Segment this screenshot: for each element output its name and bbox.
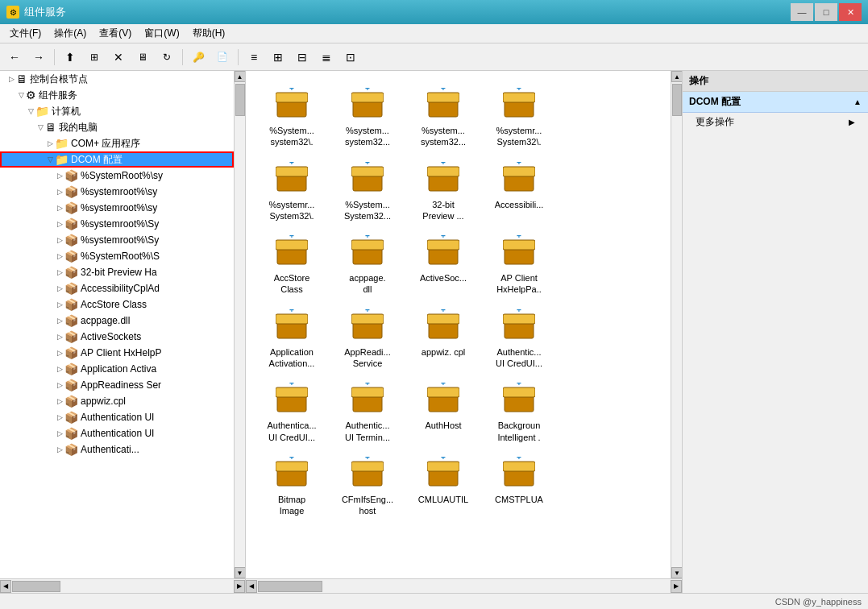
- tree-item-root[interactable]: ▷ 🖥 控制台根节点: [0, 71, 234, 87]
- tree-item-15[interactable]: ▷ 📦 appwiz.cpl: [0, 393, 234, 409]
- content-hscroll-right[interactable]: ▶: [671, 580, 682, 593]
- content-hscroll-left[interactable]: ◀: [246, 580, 257, 593]
- tree-toggle-9[interactable]: ▷: [55, 300, 64, 309]
- content-icon-24[interactable]: + CMSTPLUA: [483, 450, 555, 520]
- tree-toggle-2[interactable]: ▷: [55, 188, 64, 196]
- toolbar-forward[interactable]: →: [27, 47, 50, 68]
- content-icon-23[interactable]: + CMLUAUTIL: [407, 450, 480, 520]
- tree-item-5[interactable]: ▷ 📦 %systemroot%\Sy: [0, 232, 234, 248]
- tree-item-6[interactable]: ▷ 📦 %SystemRoot%\S: [0, 248, 234, 264]
- menu-action[interactable]: 操作(A): [48, 25, 93, 42]
- tree-toggle-18[interactable]: ▷: [55, 445, 64, 454]
- content-icon-7[interactable]: + 32-bitPreview ...: [407, 155, 480, 226]
- content-icon-3[interactable]: + %system...system32...: [407, 81, 480, 151]
- content-icon-13[interactable]: + ApplicationActivation...: [255, 302, 328, 373]
- content-icon-20[interactable]: + BackgrounIntelligent .: [483, 375, 555, 446]
- tree-item-12[interactable]: ▷ 📦 AP Client HxHelpP: [0, 345, 234, 361]
- tree-item-mypc[interactable]: ▽ 🖥 我的电脑: [0, 119, 234, 135]
- tree-toggle-com[interactable]: ▷: [45, 139, 55, 147]
- content-scrollbar-thumb[interactable]: [672, 84, 682, 116]
- content-hscroll-thumb[interactable]: [258, 581, 322, 592]
- menu-file[interactable]: 文件(F): [3, 25, 48, 42]
- toolbar-copy[interactable]: ⊞: [83, 47, 106, 68]
- toolbar-view[interactable]: 🖥: [131, 47, 154, 68]
- tree-toggle-5[interactable]: ▷: [55, 236, 64, 244]
- tree-item-18[interactable]: ▷ 📦 Authenticati...: [0, 441, 234, 458]
- content-icon-21[interactable]: + BitmapImage: [255, 450, 328, 520]
- tree-toggle-3[interactable]: ▷: [55, 204, 64, 212]
- tree-item-3[interactable]: ▷ 📦 %systemroot%\sy: [0, 200, 234, 216]
- right-panel-more-actions[interactable]: 更多操作 ▶: [683, 113, 868, 131]
- tree-item-components[interactable]: ▽ ⚙ 组件服务: [0, 87, 234, 103]
- content-icon-8[interactable]: + Accessibili...: [483, 155, 555, 226]
- toolbar-back[interactable]: ←: [3, 47, 26, 68]
- menu-help[interactable]: 帮助(H): [186, 25, 232, 42]
- toolbar-list5[interactable]: ⊡: [339, 47, 362, 68]
- content-icon-10[interactable]: + acppage.dll: [331, 228, 404, 299]
- tree-item-16[interactable]: ▷ 📦 Authentication UI: [0, 409, 234, 425]
- content-icon-9[interactable]: + AccStoreClass: [255, 228, 328, 299]
- tree-toggle-11[interactable]: ▷: [55, 333, 64, 341]
- tree-item-7[interactable]: ▷ 📦 32-bit Preview Ha: [0, 264, 234, 280]
- content-icon-19[interactable]: + AuthHost: [407, 375, 480, 446]
- content-icon-15[interactable]: + appwiz. cpl: [407, 302, 480, 373]
- tree-toggle-computer[interactable]: ▽: [26, 107, 35, 115]
- content-scrollbar[interactable]: ▲ ▼: [671, 71, 682, 578]
- tree-toggle-15[interactable]: ▷: [55, 397, 64, 405]
- content-icon-2[interactable]: + %system...system32...: [331, 81, 404, 151]
- tree-toggle-root[interactable]: ▷: [6, 75, 16, 83]
- toolbar-up[interactable]: ⬆: [59, 47, 81, 68]
- content-icon-22[interactable]: + CFmIfsEng...host: [331, 450, 404, 520]
- tree-toggle-4[interactable]: ▷: [55, 220, 64, 228]
- tree-toggle-14[interactable]: ▷: [55, 381, 64, 389]
- tree-item-17[interactable]: ▷ 📦 Authentication UI: [0, 425, 234, 441]
- content-scrollbar-up[interactable]: ▲: [671, 71, 682, 82]
- toolbar-list4[interactable]: ≣: [315, 47, 338, 68]
- toolbar-doc[interactable]: 📄: [211, 47, 234, 68]
- tree-scroll[interactable]: ▷ 🖥 控制台根节点 ▽ ⚙ 组件服务 ▽ 📁 计算机: [0, 71, 234, 578]
- tree-item-13[interactable]: ▷ 📦 Application Activa: [0, 361, 234, 377]
- tree-toggle-1[interactable]: ▷: [55, 172, 64, 180]
- tree-toggle-10[interactable]: ▷: [55, 317, 64, 325]
- tree-toggle-12[interactable]: ▷: [55, 349, 64, 357]
- menu-window[interactable]: 窗口(W): [138, 25, 185, 42]
- toolbar-list2[interactable]: ⊞: [267, 47, 289, 68]
- hscroll-left-btn[interactable]: ◀: [0, 580, 11, 593]
- tree-toggle-dcom[interactable]: ▽: [45, 155, 55, 164]
- tree-item-2[interactable]: ▷ 📦 %systemroot%\sy: [0, 184, 234, 200]
- tree-toggle-13[interactable]: ▷: [55, 365, 64, 373]
- content-scrollbar-down[interactable]: ▼: [671, 567, 682, 578]
- content-icon-17[interactable]: + Authentica...UI CredUI...: [255, 375, 328, 446]
- scrollbar-down-btn[interactable]: ▼: [235, 567, 246, 578]
- content-icon-5[interactable]: + %systemr...System32\.: [255, 155, 328, 226]
- toolbar-delete[interactable]: ✕: [107, 47, 130, 68]
- menu-view[interactable]: 查看(V): [93, 25, 138, 42]
- tree-toggle-7[interactable]: ▷: [55, 268, 64, 276]
- content-icon-16[interactable]: + Authentic...UI CredUI...: [483, 302, 555, 373]
- content-icon-11[interactable]: + ActiveSoc...: [407, 228, 480, 299]
- content-hscroll[interactable]: ◀ ▶: [246, 578, 682, 593]
- toolbar-list1[interactable]: ≡: [243, 47, 265, 68]
- content-icon-14[interactable]: + AppReadi...Service: [331, 302, 404, 373]
- hscroll-thumb[interactable]: [12, 581, 60, 592]
- content-icon-18[interactable]: + Authentic...UI Termin...: [331, 375, 404, 446]
- tree-toggle-16[interactable]: ▷: [55, 413, 64, 421]
- toolbar-key[interactable]: 🔑: [187, 47, 210, 68]
- minimize-button[interactable]: —: [791, 3, 813, 21]
- tree-toggle-mypc[interactable]: ▽: [35, 123, 45, 131]
- tree-toggle-6[interactable]: ▷: [55, 252, 64, 260]
- scrollbar-thumb[interactable]: [235, 84, 245, 116]
- tree-hscroll[interactable]: ◀ ▶: [0, 578, 245, 593]
- content-icon-12[interactable]: + AP ClientHxHelpPa..: [483, 228, 555, 299]
- maximize-button[interactable]: □: [815, 3, 837, 21]
- content-icon-4[interactable]: + %systemr...System32\.: [483, 81, 555, 151]
- tree-item-computer[interactable]: ▽ 📁 计算机: [0, 103, 234, 119]
- toolbar-refresh[interactable]: ↻: [156, 47, 178, 68]
- tree-item-4[interactable]: ▷ 📦 %systemroot%\Sy: [0, 216, 234, 232]
- tree-toggle-17[interactable]: ▷: [55, 429, 64, 437]
- content-icon-1[interactable]: + %System...system32\.: [255, 81, 328, 151]
- tree-item-com[interactable]: ▷ 📁 COM+ 应用程序: [0, 135, 234, 151]
- tree-item-dcom[interactable]: ▽ 📁 DCOM 配置: [0, 151, 234, 168]
- content-scroll[interactable]: + %System...system32\. +: [246, 71, 671, 578]
- tree-item-11[interactable]: ▷ 📦 ActiveSockets: [0, 329, 234, 345]
